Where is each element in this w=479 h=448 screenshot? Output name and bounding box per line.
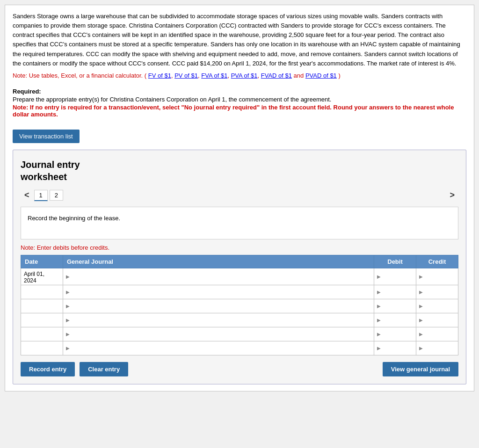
page-2-button[interactable]: 2 <box>50 190 63 201</box>
table-row: April 01,2024 ▶ ▶ <box>21 268 458 285</box>
note-debits: Note: Enter debits before credits. <box>21 244 458 251</box>
journal-input-6[interactable] <box>71 344 371 352</box>
header-debit: Debit <box>374 255 416 268</box>
triangle-marker-2: ▶ <box>66 289 70 295</box>
required-section: Required: Prepare the appropriate entry(… <box>13 88 466 118</box>
triangle-marker-c2: ▶ <box>419 289 423 295</box>
triangle-marker-c5: ▶ <box>419 332 423 337</box>
header-general-journal: General Journal <box>63 255 374 268</box>
date-cell-1: April 01,2024 <box>21 268 63 285</box>
page-1-button[interactable]: 1 <box>34 190 48 201</box>
table-row: ▶ ▶ ▶ <box>21 299 458 313</box>
description-block: Sanders Storage owns a large warehouse t… <box>13 12 466 68</box>
debit-cell-6[interactable]: ▶ <box>374 341 416 355</box>
journal-cell-6[interactable]: ▶ <box>63 341 374 355</box>
debit-input-1[interactable] <box>382 273 413 281</box>
worksheet-title: Journal entry worksheet <box>21 159 458 183</box>
header-credit: Credit <box>416 255 458 268</box>
credit-cell-5[interactable]: ▶ <box>416 327 458 341</box>
journal-input-3[interactable] <box>71 302 371 310</box>
credit-cell-2[interactable]: ▶ <box>416 285 458 299</box>
links-line: FV of $1, PV of $1, FVA of $1, PVA of $1… <box>146 72 338 79</box>
date-cell-5 <box>21 327 63 341</box>
credit-input-3[interactable] <box>424 302 455 310</box>
debit-input-4[interactable] <box>382 316 413 324</box>
triangle-marker-5: ▶ <box>66 332 70 337</box>
journal-cell-1[interactable]: ▶ <box>63 268 374 285</box>
page-container: Sanders Storage owns a large warehouse t… <box>5 5 474 391</box>
link-fv[interactable]: FV of $1 <box>148 72 171 79</box>
debit-input-2[interactable] <box>382 288 413 296</box>
instruction-box: Record the beginning of the lease. <box>21 207 458 239</box>
date-cell-2 <box>21 285 63 299</box>
journal-input-4[interactable] <box>71 316 371 324</box>
triangle-marker-d6: ▶ <box>377 346 381 351</box>
link-pva[interactable]: PVA of $1 <box>231 72 258 79</box>
date-cell-3 <box>21 299 63 313</box>
triangle-marker-d4: ▶ <box>377 318 381 323</box>
triangle-marker-c4: ▶ <box>419 318 423 323</box>
journal-cell-5[interactable]: ▶ <box>63 327 374 341</box>
credit-input-6[interactable] <box>424 344 455 352</box>
debit-cell-3[interactable]: ▶ <box>374 299 416 313</box>
journal-table: Date General Journal Debit Credit April … <box>21 255 458 355</box>
worksheet-container: Journal entry worksheet < 1 2 > Record t… <box>13 150 466 384</box>
header-date: Date <box>21 255 63 268</box>
view-general-journal-button[interactable]: View general journal <box>383 362 458 376</box>
pagination-row: < 1 2 > <box>21 189 458 201</box>
record-entry-button[interactable]: Record entry <box>21 362 75 376</box>
credit-cell-6[interactable]: ▶ <box>416 341 458 355</box>
credit-input-1[interactable] <box>424 273 455 281</box>
date-cell-4 <box>21 313 63 327</box>
required-label: Required: <box>13 88 466 95</box>
debit-cell-4[interactable]: ▶ <box>374 313 416 327</box>
instruction-text: Record the beginning of the lease. <box>28 215 120 222</box>
link-pv[interactable]: PV of $1 <box>174 72 198 79</box>
main-description: Sanders Storage owns a large warehouse t… <box>13 13 460 67</box>
credit-cell-3[interactable]: ▶ <box>416 299 458 313</box>
journal-input-2[interactable] <box>71 288 371 296</box>
triangle-marker-4: ▶ <box>66 318 70 323</box>
journal-cell-3[interactable]: ▶ <box>63 299 374 313</box>
table-row: ▶ ▶ ▶ <box>21 341 458 355</box>
credit-cell-4[interactable]: ▶ <box>416 313 458 327</box>
triangle-marker-d1: ▶ <box>377 274 381 279</box>
journal-input-5[interactable] <box>71 330 371 338</box>
link-fvad[interactable]: FVAD of $1 <box>261 72 292 79</box>
triangle-marker-c6: ▶ <box>419 346 423 351</box>
journal-input-1[interactable] <box>71 273 371 281</box>
credit-input-5[interactable] <box>424 330 455 338</box>
triangle-marker-d3: ▶ <box>377 303 381 309</box>
debit-input-5[interactable] <box>382 330 413 338</box>
required-note: Note: If no entry is required for a tran… <box>13 104 466 118</box>
prev-page-button[interactable]: < <box>21 189 33 201</box>
credit-cell-1[interactable]: ▶ <box>416 268 458 285</box>
table-row: ▶ ▶ ▶ <box>21 313 458 327</box>
journal-cell-4[interactable]: ▶ <box>63 313 374 327</box>
next-page-button[interactable]: > <box>446 189 458 201</box>
journal-cell-2[interactable]: ▶ <box>63 285 374 299</box>
triangle-marker-3: ▶ <box>66 303 70 309</box>
triangle-marker-6: ▶ <box>66 346 70 351</box>
debit-cell-2[interactable]: ▶ <box>374 285 416 299</box>
table-row: ▶ ▶ ▶ <box>21 285 458 299</box>
triangle-marker-1: ▶ <box>66 274 70 279</box>
triangle-marker-c1: ▶ <box>419 274 423 279</box>
debit-input-6[interactable] <box>382 344 413 352</box>
view-transaction-button[interactable]: View transaction list <box>13 130 80 143</box>
link-pvad[interactable]: PVAD of $1 <box>305 72 337 79</box>
triangle-marker-c3: ▶ <box>419 303 423 309</box>
debit-cell-1[interactable]: ▶ <box>374 268 416 285</box>
triangle-marker-d2: ▶ <box>377 289 381 295</box>
debit-cell-5[interactable]: ▶ <box>374 327 416 341</box>
credit-input-2[interactable] <box>424 288 455 296</box>
credit-input-4[interactable] <box>424 316 455 324</box>
clear-entry-button[interactable]: Clear entry <box>80 362 128 376</box>
table-row: ▶ ▶ ▶ <box>21 327 458 341</box>
triangle-marker-d5: ▶ <box>377 332 381 337</box>
link-fva[interactable]: FVA of $1 <box>201 72 227 79</box>
date-cell-6 <box>21 341 63 355</box>
required-text: Prepare the appropriate entry(s) for Chr… <box>13 95 466 104</box>
note-red-tables: Note: Use tables, Excel, or a financial … <box>13 72 466 79</box>
debit-input-3[interactable] <box>382 302 413 310</box>
